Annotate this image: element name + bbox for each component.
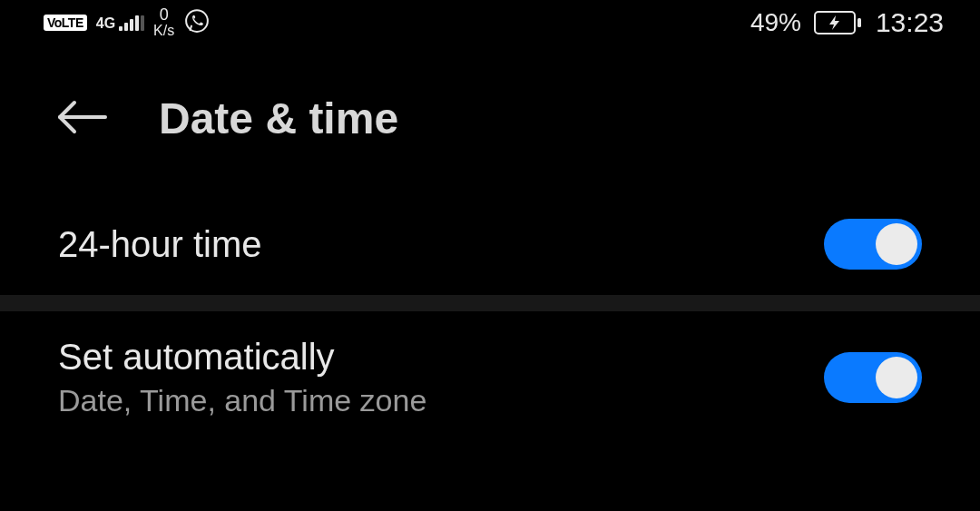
status-left: VoLTE 4G 0 K/s xyxy=(44,6,211,39)
setting-row-set-automatically[interactable]: Set automatically Date, Time, and Time z… xyxy=(0,311,980,444)
toggle-24hour[interactable] xyxy=(824,219,922,270)
svg-point-0 xyxy=(186,10,208,32)
battery-icon xyxy=(814,11,863,34)
back-arrow-icon[interactable] xyxy=(54,98,109,140)
setting-title-set-auto: Set automatically xyxy=(58,337,426,378)
network-indicator: 4G xyxy=(96,15,144,31)
toggle-knob xyxy=(876,223,917,265)
section-divider xyxy=(0,295,980,311)
speed-unit: K/s xyxy=(153,24,174,39)
status-time: 13:23 xyxy=(876,7,944,38)
setting-subtitle-set-auto: Date, Time, and Time zone xyxy=(58,383,426,418)
battery-percentage: 49% xyxy=(750,8,801,37)
signal-bars-icon xyxy=(119,15,144,31)
setting-row-24hour[interactable]: 24-hour time xyxy=(0,193,980,295)
network-type-label: 4G xyxy=(96,16,115,31)
status-right: 49% 13:23 xyxy=(750,7,944,38)
volte-badge: VoLTE xyxy=(44,15,87,31)
page-title: Date & time xyxy=(159,93,398,143)
data-speed-indicator: 0 K/s xyxy=(153,6,174,39)
toggle-set-automatically[interactable] xyxy=(824,352,922,403)
speed-value: 0 xyxy=(160,6,169,24)
page-header: Date & time xyxy=(0,44,980,193)
whatsapp-icon xyxy=(183,7,211,38)
status-bar: VoLTE 4G 0 K/s xyxy=(0,0,980,44)
svg-rect-2 xyxy=(858,18,861,27)
toggle-knob xyxy=(876,357,917,398)
setting-title-24hour: 24-hour time xyxy=(58,224,262,265)
